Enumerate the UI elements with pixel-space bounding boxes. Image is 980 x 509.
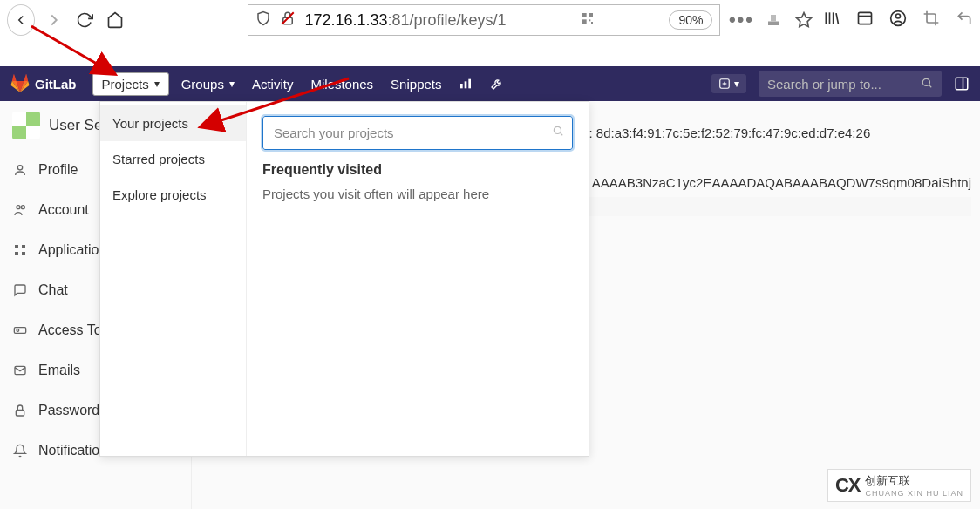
save-icon[interactable]	[762, 12, 784, 28]
snippets-nav[interactable]: Snippets	[391, 77, 441, 92]
profile-icon	[12, 163, 28, 177]
svg-rect-34	[22, 252, 25, 255]
svg-rect-32	[22, 245, 25, 248]
svg-line-13	[836, 13, 839, 24]
svg-rect-5	[589, 19, 590, 21]
svg-point-28	[17, 166, 22, 170]
page-body: User Setti Profile Account Applications …	[0, 101, 980, 509]
reload-button[interactable]	[74, 11, 96, 29]
watermark-logo: CX	[835, 474, 861, 497]
star-icon[interactable]	[793, 11, 814, 29]
shield-icon	[255, 10, 271, 31]
svg-rect-3	[589, 13, 593, 17]
apps-icon	[12, 243, 28, 257]
search-icon	[552, 125, 564, 140]
more-icon[interactable]: •••	[729, 9, 753, 31]
starred-projects-item[interactable]: Starred projects	[100, 141, 246, 177]
qr-icon[interactable]	[581, 11, 595, 30]
zoom-badge[interactable]: 90%	[669, 10, 712, 30]
svg-rect-18	[460, 84, 463, 88]
chat-icon	[12, 283, 28, 297]
svg-rect-4	[582, 19, 587, 24]
wrench-icon[interactable]	[490, 77, 504, 91]
svg-rect-20	[469, 79, 472, 89]
projects-label: Projects	[102, 77, 149, 92]
browser-right-icons	[823, 10, 973, 31]
svg-rect-7	[768, 22, 779, 26]
sidebar-icon[interactable]	[856, 10, 874, 31]
projects-dropdown: Your projects Starred projects Explore p…	[99, 101, 589, 457]
bell-icon	[12, 444, 28, 458]
activity-nav[interactable]: Activity	[252, 77, 294, 92]
url-text: 172.16.1.33:81/profile/keys/1	[304, 11, 506, 30]
svg-rect-6	[591, 22, 593, 24]
milestones-nav[interactable]: Milestones	[310, 77, 373, 92]
svg-point-17	[896, 14, 901, 18]
email-icon	[12, 363, 28, 377]
watermark: CX 创新互联 CHUANG XIN HU LIAN	[827, 469, 971, 502]
project-search-input[interactable]	[262, 116, 573, 150]
dropdown-left-list: Your projects Starred projects Explore p…	[100, 102, 247, 456]
library-icon[interactable]	[823, 10, 840, 31]
chevron-down-icon: ▾	[154, 78, 160, 90]
global-search-input[interactable]	[767, 77, 933, 92]
svg-point-36	[17, 329, 19, 332]
svg-rect-26	[956, 78, 968, 90]
insecure-icon	[280, 10, 296, 31]
global-search[interactable]	[759, 71, 942, 97]
watermark-cn: 创新互联	[865, 473, 963, 489]
chart-icon[interactable]	[459, 77, 473, 91]
sidebar-item-label: Chat	[38, 282, 68, 298]
panel-icon[interactable]	[954, 76, 970, 92]
back-button[interactable]	[7, 4, 35, 36]
account-icon[interactable]	[889, 10, 907, 31]
top-gap	[0, 40, 980, 66]
search-icon	[921, 77, 933, 92]
frequently-visited-heading: Frequently visited	[262, 162, 573, 178]
sidebar-item-label: Password	[38, 403, 99, 418]
svg-point-30	[21, 206, 24, 209]
token-icon	[12, 323, 28, 337]
groups-nav[interactable]: Groups ▾	[181, 77, 235, 92]
new-button[interactable]: ▾	[711, 74, 746, 93]
sidebar-item-label: Emails	[38, 363, 80, 378]
chevron-down-icon: ▾	[734, 78, 739, 90]
svg-point-39	[554, 126, 561, 133]
svg-rect-19	[465, 81, 467, 88]
sidebar-item-label: Profile	[38, 162, 78, 178]
svg-rect-31	[15, 245, 18, 248]
watermark-sub: CHUANG XIN HU LIAN	[865, 489, 963, 498]
gitlab-navbar: GitLab Projects ▾ Groups ▾ Activity Mile…	[0, 66, 980, 101]
ssh-key-row: sa AAAAB3NzaC1yc2EAAAADAQABAAABAQDW7s9qm…	[575, 168, 971, 197]
projects-nav-button[interactable]: Projects ▾	[92, 72, 169, 96]
svg-rect-38	[16, 410, 24, 416]
svg-rect-33	[15, 252, 18, 255]
sidebar-item-label: Account	[38, 202, 89, 218]
svg-marker-9	[796, 13, 811, 27]
svg-point-29	[17, 206, 20, 209]
svg-rect-8	[771, 15, 776, 22]
project-search-wrap	[262, 116, 573, 150]
browser-toolbar: 172.16.1.33:81/profile/keys/1 90% •••	[0, 0, 980, 40]
ssh-fingerprint-row: int: 8d:a3:f4:91:7c:5e:f2:52:79:fc:47:9c…	[575, 119, 971, 147]
dropdown-right-panel: Frequently visited Projects you visit of…	[247, 102, 589, 456]
gitlab-logo[interactable]: GitLab	[10, 74, 77, 93]
address-bar[interactable]: 172.16.1.33:81/profile/keys/1 90%	[248, 4, 720, 36]
undo-icon[interactable]	[956, 10, 973, 31]
chevron-down-icon: ▾	[229, 78, 235, 90]
your-projects-item[interactable]: Your projects	[100, 105, 246, 141]
crop-icon[interactable]	[922, 10, 940, 31]
groups-label: Groups	[181, 77, 224, 92]
frequently-visited-sub: Projects you visit often will appear her…	[262, 187, 573, 201]
svg-rect-14	[859, 12, 872, 24]
forward-button[interactable]	[44, 10, 65, 30]
avatar	[12, 112, 40, 139]
brand-text: GitLab	[35, 77, 77, 92]
svg-line-25	[929, 85, 932, 87]
explore-projects-item[interactable]: Explore projects	[100, 177, 246, 213]
svg-rect-2	[582, 13, 587, 17]
account-icon	[12, 203, 28, 217]
home-button[interactable]	[105, 11, 126, 29]
svg-line-40	[561, 133, 563, 136]
lock-icon	[12, 404, 28, 417]
